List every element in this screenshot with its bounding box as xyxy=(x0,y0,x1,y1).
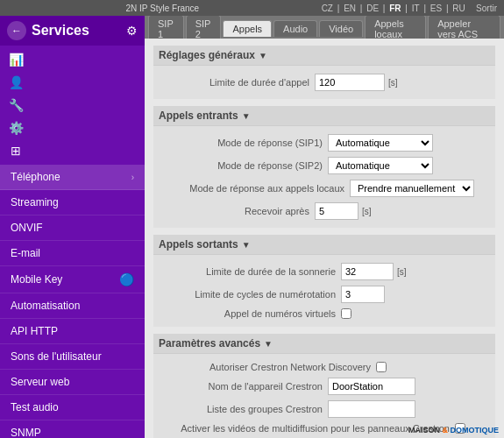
sidebar-item-telephone[interactable]: Téléphone › xyxy=(0,165,145,190)
section-outgoing-header[interactable]: Appels sortants ▼ xyxy=(153,235,495,255)
input-limite-duree-appel[interactable] xyxy=(315,74,385,91)
label-recevoir-apres: Recevoir après xyxy=(160,206,309,216)
tab-bar: SIP 1 SIP 2 Appels Audio Vidéo Appels lo… xyxy=(145,16,504,39)
top-bar: 2N IP Style France CZ | EN | DE | FR | I… xyxy=(0,0,504,16)
label-mode-reponse-sip2: Mode de réponse (SIP2) xyxy=(160,160,323,171)
lang-ru[interactable]: RU xyxy=(452,4,465,13)
input-cycles-numerotation[interactable] xyxy=(341,286,385,303)
top-bar-links[interactable]: CZ | EN | DE | FR | IT | ES | RU Sortir xyxy=(320,4,499,13)
sidebar-item-streaming[interactable]: Streaming xyxy=(0,190,145,215)
row-mode-reponse-sip2: Mode de réponse (SIP2) Automatique xyxy=(153,154,495,177)
label-multidiffusion-crestron: Activer les vidéos de multidiffusion pou… xyxy=(160,423,450,434)
sidebar-icon-strip: 📊 👤 🔧 ⚙️ ⊞ xyxy=(0,46,145,165)
sidebar-item-apihttp[interactable]: API HTTP xyxy=(0,319,145,344)
section-general: Réglages généraux ▼ Limite de durée d'ap… xyxy=(153,46,495,99)
section-incoming-arrow: ▼ xyxy=(242,111,251,121)
label-liste-groupes-crestron: Liste des groupes Crestron xyxy=(160,404,323,414)
sidebar-item-serveurweb[interactable]: Serveur web xyxy=(0,370,145,395)
grid-icon: ⊞ xyxy=(7,144,25,158)
tab-video[interactable]: Vidéo xyxy=(319,20,363,37)
lang-it[interactable]: IT xyxy=(412,4,420,13)
bottom-logo: MAISON & DOMOTIQUE xyxy=(408,426,499,434)
main-layout: ← Services ⚙ 📊 👤 🔧 ⚙️ ⊞ Téléphone xyxy=(0,16,504,438)
sidebar-icon-tools[interactable]: 🔧 xyxy=(0,95,145,116)
label-numeros-virtuels: Appel de numéros virtuels xyxy=(160,308,336,319)
section-outgoing-body: Limite de durée de la sonnerie [s] Limit… xyxy=(153,255,495,327)
row-limite-sonnerie: Limite de durée de la sonnerie [s] xyxy=(153,260,495,283)
section-incoming-header[interactable]: Appels entrants ▼ xyxy=(153,106,495,126)
lang-es[interactable]: ES xyxy=(430,4,442,13)
sidebar-title: Services xyxy=(32,23,121,39)
label-cycles-numerotation: Limite de cycles de numérotation xyxy=(160,289,336,300)
scroll-content: Réglages généraux ▼ Limite de durée d'ap… xyxy=(145,39,504,438)
input-limite-sonnerie[interactable] xyxy=(341,263,394,280)
row-liste-groupes-crestron: Liste des groupes Crestron xyxy=(153,398,495,420)
lang-fr[interactable]: FR xyxy=(389,4,401,13)
user-icon: 👤 xyxy=(7,75,25,89)
unit-limite-duree-appel: [s] xyxy=(388,78,398,88)
lang-cz[interactable]: CZ xyxy=(322,4,333,13)
field-group-recevoir-apres: [s] xyxy=(315,202,372,220)
input-recevoir-apres[interactable] xyxy=(315,202,358,220)
row-numeros-virtuels: Appel de numéros virtuels xyxy=(153,306,495,321)
sidebar-icon-settings[interactable]: ⚙️ xyxy=(0,117,145,138)
label-nom-crestron: Nom de l'appareil Crestron xyxy=(160,381,323,392)
select-mode-reponse-sip1[interactable]: Automatique xyxy=(328,134,433,152)
lang-en[interactable]: EN xyxy=(344,4,356,13)
sidebar-item-email[interactable]: E-mail xyxy=(0,241,145,266)
sidebar-item-onvif[interactable]: ONVIF xyxy=(0,215,145,241)
section-general-arrow: ▼ xyxy=(259,51,267,60)
tab-appels[interactable]: Appels xyxy=(223,20,272,37)
sidebar-icon-user[interactable]: 👤 xyxy=(0,72,145,93)
sidebar-item-automatisation[interactable]: Automatisation xyxy=(0,293,145,319)
gear-icon[interactable]: ⚙ xyxy=(126,24,138,38)
tab-audio[interactable]: Audio xyxy=(273,20,317,37)
section-advanced: Paramètres avancés ▼ Autoriser Crestron … xyxy=(153,334,495,438)
row-recevoir-apres: Recevoir après [s] xyxy=(153,200,495,223)
label-limite-sonnerie: Limite de durée de la sonnerie xyxy=(160,266,336,277)
section-advanced-arrow: ▼ xyxy=(264,339,273,349)
select-mode-reponse-locaux[interactable]: Prendre manuellement xyxy=(350,180,474,197)
row-crestron-discovery: Autoriser Crestron Network Discovery xyxy=(153,359,495,375)
label-limite-duree-appel: Limite de durée d'appel xyxy=(160,77,309,88)
settings-icon: ⚙️ xyxy=(7,121,25,135)
sidebar-icon-grid[interactable]: ⊞ xyxy=(0,140,145,161)
sidebar-item-snmp[interactable]: SNMP xyxy=(0,420,145,438)
sortir-button[interactable]: Sortir xyxy=(476,4,497,13)
field-group-limite-sonnerie: [s] xyxy=(341,263,407,280)
label-mode-reponse-sip1: Mode de réponse (SIP1) xyxy=(160,138,323,148)
field-group-limite-duree-appel: [s] xyxy=(315,74,398,91)
sidebar-item-mobilekey[interactable]: Mobile Key 🔵 xyxy=(0,266,145,293)
section-incoming-body: Mode de réponse (SIP1) Automatique Mode … xyxy=(153,126,495,228)
sidebar: ← Services ⚙ 📊 👤 🔧 ⚙️ ⊞ Téléphone xyxy=(0,16,145,438)
row-mode-reponse-sip1: Mode de réponse (SIP1) Automatique xyxy=(153,131,495,154)
section-outgoing: Appels sortants ▼ Limite de durée de la … xyxy=(153,235,495,327)
section-general-header[interactable]: Réglages généraux ▼ xyxy=(153,46,495,66)
tools-icon: 🔧 xyxy=(7,98,25,112)
row-cycles-numerotation: Limite de cycles de numérotation xyxy=(153,283,495,306)
lang-de[interactable]: DE xyxy=(366,4,379,13)
bluetooth-icon: 🔵 xyxy=(119,272,134,286)
section-incoming: Appels entrants ▼ Mode de réponse (SIP1)… xyxy=(153,106,495,228)
checkbox-numeros-virtuels[interactable] xyxy=(341,308,351,319)
unit-recevoir-apres: [s] xyxy=(362,207,372,216)
sidebar-item-sons[interactable]: Sons de l'utilisateur xyxy=(0,344,145,370)
input-nom-crestron[interactable] xyxy=(328,378,415,395)
back-button[interactable]: ← xyxy=(7,21,26,40)
sidebar-nav: Téléphone › Streaming ONVIF E-mail Mobil… xyxy=(0,165,145,438)
top-bar-center: 2N IP Style France xyxy=(125,4,199,13)
input-liste-groupes-crestron[interactable] xyxy=(328,400,415,418)
chart-icon: 📊 xyxy=(7,53,25,67)
section-advanced-header[interactable]: Paramètres avancés ▼ xyxy=(153,334,495,354)
label-crestron-discovery: Autoriser Crestron Network Discovery xyxy=(160,362,371,372)
sidebar-icon-chart[interactable]: 📊 xyxy=(0,49,145,70)
logo-maison: MAISON xyxy=(408,426,440,434)
section-outgoing-arrow: ▼ xyxy=(242,240,251,250)
sidebar-header: ← Services ⚙ xyxy=(0,16,145,46)
logo-et: & xyxy=(443,426,451,434)
chevron-right-icon: › xyxy=(131,173,134,182)
sidebar-item-testaudio[interactable]: Test audio xyxy=(0,395,145,420)
checkbox-crestron-discovery[interactable] xyxy=(376,362,387,372)
label-mode-reponse-locaux: Mode de réponse aux appels locaux xyxy=(160,183,344,194)
select-mode-reponse-sip2[interactable]: Automatique xyxy=(328,157,433,174)
